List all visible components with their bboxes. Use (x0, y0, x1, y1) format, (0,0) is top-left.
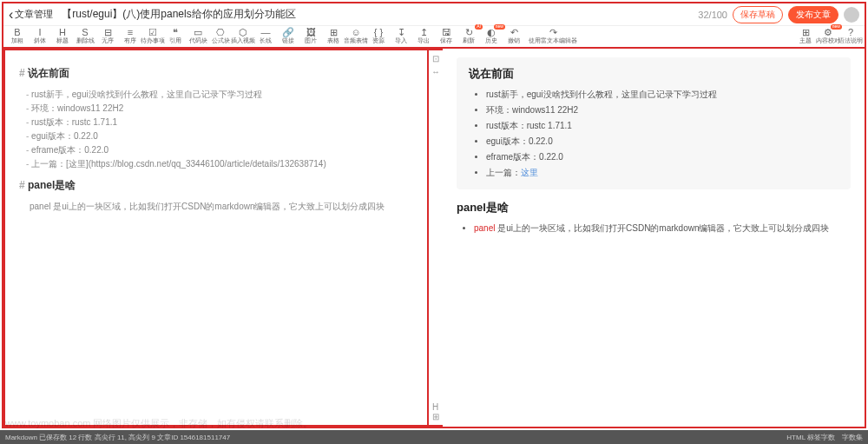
prev-link[interactable]: 这里 (521, 168, 538, 177)
md-line: rust版本：rustc 1.71.1 (26, 116, 413, 129)
tool-icon: ▭ (194, 27, 202, 37)
tool-4[interactable]: ⊟无序 (97, 26, 118, 45)
status-left: Markdown 已保存数 12 行数 高尖行 11, 高尖列 9 文章ID 1… (5, 433, 230, 442)
tool-label: 表格 (327, 37, 339, 44)
gutter-split-icon[interactable]: ↔ (431, 67, 440, 76)
tool-label: 图片 (305, 37, 317, 44)
tool-right-2[interactable]: ?语法说明 (840, 26, 861, 45)
keyword-panel: panel (474, 223, 495, 233)
tool-17[interactable]: ↧导入 (391, 26, 411, 45)
tool-23[interactable]: ↷使用富文本编辑器 (526, 26, 580, 45)
title-input[interactable] (58, 7, 693, 23)
tool-icon: ? (848, 27, 853, 37)
tool-label: 待办事项 (141, 37, 165, 44)
tool-icon: — (261, 27, 271, 37)
tool-icon: I (38, 27, 41, 37)
tool-label: 删除线 (76, 37, 95, 44)
tool-right-0[interactable]: ⊞主题 (795, 26, 816, 45)
md-line: eframe版本：0.22.0 (26, 143, 413, 157)
tool-20[interactable]: ↻刷新AI (458, 26, 479, 45)
tool-label: 使用富文本编辑器 (529, 37, 577, 44)
tool-15[interactable]: ☺音频表情 (345, 26, 366, 45)
tool-label: 斜体 (34, 37, 46, 44)
tool-label: 代码块 (189, 37, 207, 44)
tool-icon: ↧ (398, 27, 405, 37)
preview-pane: 说在前面 rust新手，egui没啥找到什么教程，这里自己记录下学习过程环境：w… (443, 49, 865, 427)
preview-line: rust版本：rustc 1.71.1 (486, 118, 838, 134)
tool-13[interactable]: 🖼图片 (300, 26, 321, 45)
tool-18[interactable]: ↥导出 (413, 26, 434, 45)
header-bar: 文章管理 32/100 保存草稿 发布文章 (3, 3, 865, 26)
tool-icon: ⬡ (239, 27, 247, 37)
tool-5[interactable]: ≡有序 (120, 26, 141, 45)
tool-21[interactable]: ◐历史new (481, 26, 502, 45)
tool-1[interactable]: I斜体 (30, 26, 50, 45)
back-button[interactable]: 文章管理 (9, 8, 53, 22)
tool-10[interactable]: ⬡插入视频 (233, 26, 253, 45)
tool-icon: B (14, 27, 20, 37)
tool-label: 链接 (282, 37, 294, 44)
md-line: panel 是ui上的一块区域，比如我们打开CSDN的markdown编辑器，它… (19, 200, 413, 214)
md-line: 上一篇：[这里](https://blog.csdn.net/qq_334461… (26, 157, 413, 171)
tool-0[interactable]: B加粗 (7, 26, 28, 45)
tool-11[interactable]: —长线 (255, 26, 276, 45)
pane-gutter: ⊡ ↔ H ⊞ (429, 49, 443, 427)
tool-icon: 🖼 (306, 27, 316, 37)
tool-16[interactable]: { }资源 (368, 26, 389, 45)
tool-icon: ≡ (128, 27, 133, 37)
tool-7[interactable]: ❝引用 (165, 26, 186, 45)
tool-14[interactable]: ⊞表格 (323, 26, 344, 45)
tool-icon: { } (374, 27, 383, 37)
gutter-grid-icon[interactable]: ⊞ (432, 412, 439, 421)
tool-6[interactable]: ☑待办事项 (142, 26, 163, 45)
preview-line: panel 是ui上的一块区域，比如我们打开CSDN的markdown编辑器，它… (474, 221, 851, 236)
tool-12[interactable]: 🔗链接 (278, 26, 299, 45)
md-heading: panel是啥 (19, 178, 413, 193)
tool-2[interactable]: H标题 (52, 26, 73, 45)
tool-22[interactable]: ↶撤销 (503, 26, 524, 45)
preview-line: eframe版本：0.22.0 (486, 149, 838, 165)
preview-line: 上一篇：这里 (486, 165, 838, 181)
status-right-1: HTML 标签字数 (786, 433, 835, 442)
gutter-h-icon[interactable]: H (432, 402, 438, 412)
tool-19[interactable]: 🖫保存 (436, 26, 457, 45)
tool-label: 保存 (440, 37, 452, 44)
tool-icon: ❝ (173, 27, 178, 37)
preview-callout: 说在前面 rust新手，egui没啥找到什么教程，这里自己记录下学习过程环境：w… (457, 57, 851, 189)
preview-line: 环境：windows11 22H2 (486, 103, 838, 118)
status-bar: Markdown 已保存数 12 行数 高尖行 11, 高尖列 9 文章ID 1… (0, 430, 868, 444)
status-right-2: 字数集 (842, 433, 863, 442)
tool-label: 公式块 (212, 37, 230, 44)
tool-label: 标题 (56, 37, 69, 44)
publish-button[interactable]: 发布文章 (788, 6, 838, 23)
tool-icon: ⊞ (330, 27, 338, 37)
preview-line: rust新手，egui没啥找到什么教程，这里自己记录下学习过程 (486, 87, 838, 103)
tool-label: 内容校对 (816, 37, 840, 44)
save-draft-button[interactable]: 保存草稿 (733, 6, 783, 23)
tool-label: 主题 (799, 37, 812, 44)
tool-label: 加粗 (11, 37, 23, 44)
tool-9[interactable]: ⎔公式块 (210, 26, 231, 45)
gutter-sync-icon[interactable]: ⊡ (432, 54, 439, 63)
tool-label: 有序 (124, 37, 136, 44)
preview-line: egui版本：0.22.0 (486, 134, 838, 149)
md-heading: 说在前面 (19, 66, 413, 81)
tool-label: 引用 (169, 37, 181, 44)
avatar[interactable] (844, 7, 859, 23)
tool-icon: ↶ (510, 27, 518, 37)
tool-label: 导出 (418, 37, 430, 44)
tool-right-1[interactable]: ⚙内容校对new (818, 26, 838, 45)
main-area: 说在前面 rust新手，egui没啥找到什么教程，这里自己记录下学习过程环境：w… (3, 49, 865, 427)
tool-label: 音频表情 (344, 37, 368, 44)
editor-pane[interactable]: 说在前面 rust新手，egui没啥找到什么教程，这里自己记录下学习过程环境：w… (3, 49, 429, 427)
tool-icon: 🔗 (282, 27, 294, 37)
md-line: rust新手，egui没啥找到什么教程，这里自己记录下学习过程 (26, 88, 413, 102)
tool-3[interactable]: S删除线 (75, 26, 95, 45)
preview-heading: 说在前面 (469, 66, 838, 82)
tool-icon: H (59, 27, 66, 37)
tool-8[interactable]: ▭代码块 (187, 26, 208, 45)
tool-icon: ☺ (351, 27, 360, 37)
tool-label: 资源 (372, 37, 385, 44)
tool-label: 无序 (102, 37, 114, 44)
md-line: 环境：windows11 22H2 (26, 102, 413, 116)
